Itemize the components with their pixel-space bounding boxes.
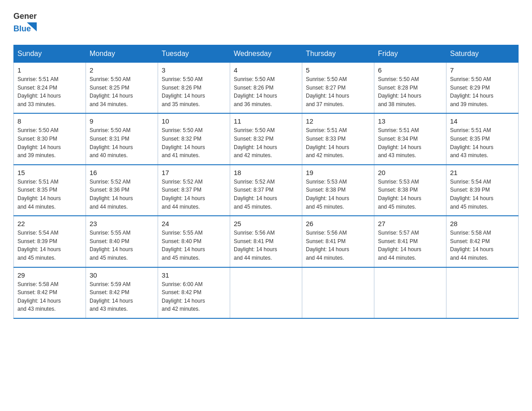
calendar-cell: 1Sunrise: 5:51 AMSunset: 8:24 PMDaylight… (14, 63, 86, 114)
day-number: 12 (306, 117, 370, 125)
day-info: Sunrise: 5:59 AMSunset: 8:42 PMDaylight:… (90, 280, 154, 313)
day-number: 26 (306, 220, 370, 227)
day-info: Sunrise: 6:00 AMSunset: 8:42 PMDaylight:… (162, 280, 226, 313)
day-info: Sunrise: 5:50 AMSunset: 8:30 PMDaylight:… (17, 126, 82, 159)
day-number: 28 (450, 220, 515, 227)
calendar-cell: 31Sunrise: 6:00 AMSunset: 8:42 PMDayligh… (158, 267, 230, 318)
calendar-cell: 26Sunrise: 5:56 AMSunset: 8:41 PMDayligh… (302, 216, 374, 267)
svg-text:General: General (13, 12, 37, 21)
day-number: 23 (90, 220, 154, 227)
day-info: Sunrise: 5:51 AMSunset: 8:35 PMDaylight:… (450, 126, 515, 159)
calendar-header: SundayMondayTuesdayWednesdayThursdayFrid… (14, 45, 519, 63)
day-number: 31 (162, 271, 226, 279)
day-number: 21 (450, 169, 515, 176)
calendar-week-row: 29Sunrise: 5:58 AMSunset: 8:42 PMDayligh… (14, 267, 519, 318)
day-info: Sunrise: 5:50 AMSunset: 8:32 PMDaylight:… (234, 126, 298, 159)
day-info: Sunrise: 5:50 AMSunset: 8:26 PMDaylight:… (162, 75, 226, 108)
day-number: 22 (17, 220, 82, 227)
column-header-monday: Monday (86, 45, 158, 63)
day-number: 8 (17, 117, 82, 125)
calendar-cell (374, 267, 446, 318)
day-info: Sunrise: 5:58 AMSunset: 8:42 PMDaylight:… (450, 229, 515, 262)
calendar-cell: 23Sunrise: 5:55 AMSunset: 8:40 PMDayligh… (86, 216, 158, 267)
calendar-cell: 20Sunrise: 5:53 AMSunset: 8:38 PMDayligh… (374, 165, 446, 216)
day-info: Sunrise: 5:51 AMSunset: 8:33 PMDaylight:… (306, 126, 370, 159)
day-info: Sunrise: 5:58 AMSunset: 8:42 PMDaylight:… (17, 280, 82, 313)
calendar-cell: 18Sunrise: 5:52 AMSunset: 8:37 PMDayligh… (230, 165, 302, 216)
calendar-cell: 6Sunrise: 5:50 AMSunset: 8:28 PMDaylight… (374, 63, 446, 114)
calendar-cell: 13Sunrise: 5:51 AMSunset: 8:34 PMDayligh… (374, 113, 446, 164)
day-number: 18 (234, 169, 298, 176)
day-info: Sunrise: 5:50 AMSunset: 8:28 PMDaylight:… (378, 75, 442, 108)
day-info: Sunrise: 5:52 AMSunset: 8:37 PMDaylight:… (234, 178, 298, 211)
header-row: SundayMondayTuesdayWednesdayThursdayFrid… (14, 45, 519, 63)
day-number: 13 (378, 117, 442, 125)
calendar-cell: 11Sunrise: 5:50 AMSunset: 8:32 PMDayligh… (230, 113, 302, 164)
day-number: 17 (162, 169, 226, 176)
calendar-cell (302, 267, 374, 318)
column-header-thursday: Thursday (302, 45, 374, 63)
day-number: 4 (234, 66, 298, 74)
day-info: Sunrise: 5:55 AMSunset: 8:40 PMDaylight:… (162, 229, 226, 262)
calendar-cell: 29Sunrise: 5:58 AMSunset: 8:42 PMDayligh… (14, 267, 86, 318)
calendar-cell: 28Sunrise: 5:58 AMSunset: 8:42 PMDayligh… (446, 216, 519, 267)
day-number: 24 (162, 220, 226, 227)
day-info: Sunrise: 5:50 AMSunset: 8:27 PMDaylight:… (306, 75, 370, 108)
day-info: Sunrise: 5:51 AMSunset: 8:35 PMDaylight:… (17, 178, 82, 211)
day-number: 15 (17, 169, 82, 176)
calendar-body: 1Sunrise: 5:51 AMSunset: 8:24 PMDaylight… (14, 63, 519, 318)
day-info: Sunrise: 5:56 AMSunset: 8:41 PMDaylight:… (234, 229, 298, 262)
day-number: 2 (90, 66, 154, 74)
day-info: Sunrise: 5:50 AMSunset: 8:25 PMDaylight:… (90, 75, 154, 108)
svg-text:Blue: Blue (13, 24, 31, 33)
calendar-cell: 27Sunrise: 5:57 AMSunset: 8:41 PMDayligh… (374, 216, 446, 267)
day-number: 14 (450, 117, 515, 125)
page-header: General Blue (13, 9, 519, 37)
day-number: 11 (234, 117, 298, 125)
calendar-cell: 5Sunrise: 5:50 AMSunset: 8:27 PMDaylight… (302, 63, 374, 114)
calendar-cell: 24Sunrise: 5:55 AMSunset: 8:40 PMDayligh… (158, 216, 230, 267)
day-number: 20 (378, 169, 442, 176)
day-info: Sunrise: 5:51 AMSunset: 8:24 PMDaylight:… (17, 75, 82, 108)
day-info: Sunrise: 5:52 AMSunset: 8:36 PMDaylight:… (90, 178, 154, 211)
logo: General Blue (13, 9, 37, 37)
calendar-cell: 22Sunrise: 5:54 AMSunset: 8:39 PMDayligh… (14, 216, 86, 267)
calendar-week-row: 1Sunrise: 5:51 AMSunset: 8:24 PMDaylight… (14, 63, 519, 114)
calendar-cell: 2Sunrise: 5:50 AMSunset: 8:25 PMDaylight… (86, 63, 158, 114)
calendar-cell: 7Sunrise: 5:50 AMSunset: 8:29 PMDaylight… (446, 63, 519, 114)
calendar-cell: 4Sunrise: 5:50 AMSunset: 8:26 PMDaylight… (230, 63, 302, 114)
day-number: 7 (450, 66, 515, 74)
calendar-cell: 21Sunrise: 5:54 AMSunset: 8:39 PMDayligh… (446, 165, 519, 216)
calendar-week-row: 8Sunrise: 5:50 AMSunset: 8:30 PMDaylight… (14, 113, 519, 164)
column-header-wednesday: Wednesday (230, 45, 302, 63)
column-header-saturday: Saturday (446, 45, 519, 63)
calendar-week-row: 15Sunrise: 5:51 AMSunset: 8:35 PMDayligh… (14, 165, 519, 216)
day-number: 27 (378, 220, 442, 227)
calendar-cell (446, 267, 519, 318)
day-info: Sunrise: 5:50 AMSunset: 8:29 PMDaylight:… (450, 75, 515, 108)
day-number: 25 (234, 220, 298, 227)
calendar-cell: 3Sunrise: 5:50 AMSunset: 8:26 PMDaylight… (158, 63, 230, 114)
calendar-cell (230, 267, 302, 318)
calendar-cell: 10Sunrise: 5:50 AMSunset: 8:32 PMDayligh… (158, 113, 230, 164)
column-header-friday: Friday (374, 45, 446, 63)
calendar-cell: 15Sunrise: 5:51 AMSunset: 8:35 PMDayligh… (14, 165, 86, 216)
calendar-cell: 19Sunrise: 5:53 AMSunset: 8:38 PMDayligh… (302, 165, 374, 216)
day-info: Sunrise: 5:53 AMSunset: 8:38 PMDaylight:… (378, 178, 442, 211)
calendar-cell: 17Sunrise: 5:52 AMSunset: 8:37 PMDayligh… (158, 165, 230, 216)
day-info: Sunrise: 5:57 AMSunset: 8:41 PMDaylight:… (378, 229, 442, 262)
day-info: Sunrise: 5:50 AMSunset: 8:31 PMDaylight:… (90, 126, 154, 159)
calendar-cell: 25Sunrise: 5:56 AMSunset: 8:41 PMDayligh… (230, 216, 302, 267)
day-info: Sunrise: 5:54 AMSunset: 8:39 PMDaylight:… (450, 178, 515, 211)
calendar-table: SundayMondayTuesdayWednesdayThursdayFrid… (13, 45, 519, 319)
column-header-tuesday: Tuesday (158, 45, 230, 63)
day-info: Sunrise: 5:55 AMSunset: 8:40 PMDaylight:… (90, 229, 154, 262)
day-info: Sunrise: 5:50 AMSunset: 8:26 PMDaylight:… (234, 75, 298, 108)
day-number: 9 (90, 117, 154, 125)
calendar-cell: 30Sunrise: 5:59 AMSunset: 8:42 PMDayligh… (86, 267, 158, 318)
calendar-cell: 14Sunrise: 5:51 AMSunset: 8:35 PMDayligh… (446, 113, 519, 164)
day-number: 19 (306, 169, 370, 176)
day-info: Sunrise: 5:51 AMSunset: 8:34 PMDaylight:… (378, 126, 442, 159)
calendar-cell: 8Sunrise: 5:50 AMSunset: 8:30 PMDaylight… (14, 113, 86, 164)
day-info: Sunrise: 5:53 AMSunset: 8:38 PMDaylight:… (306, 178, 370, 211)
